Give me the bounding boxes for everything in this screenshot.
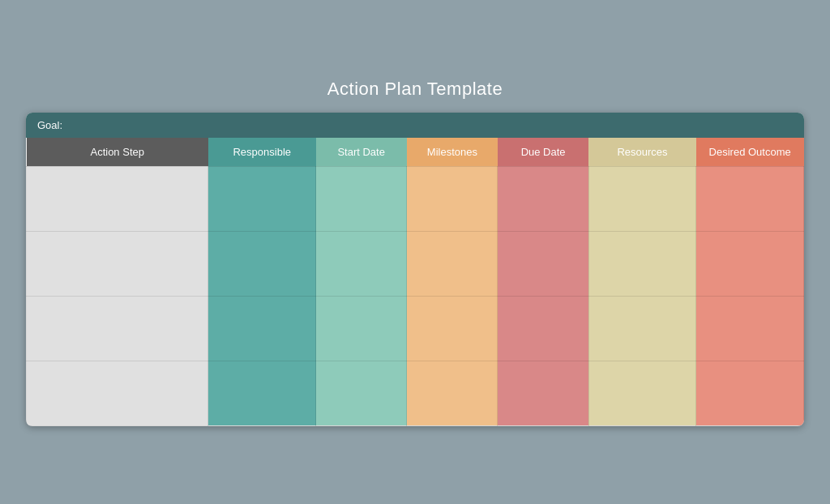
- cell-res-1[interactable]: [588, 166, 696, 231]
- goal-label: Goal:: [37, 119, 62, 131]
- cell-action-3[interactable]: [27, 296, 208, 361]
- cell-start-3[interactable]: [316, 296, 407, 361]
- cell-due-4[interactable]: [498, 361, 588, 425]
- header-resources: Resources: [588, 138, 696, 167]
- cell-desired-1[interactable]: [696, 166, 804, 231]
- header-start-date: Start Date: [316, 138, 407, 167]
- table-row: [27, 296, 804, 361]
- cell-desired-2[interactable]: [696, 231, 804, 296]
- page-title: Action Plan Template: [327, 79, 503, 100]
- cell-mile-2[interactable]: [407, 231, 498, 296]
- cell-start-1[interactable]: [316, 166, 407, 231]
- cell-res-4[interactable]: [588, 361, 696, 425]
- cell-desired-3[interactable]: [696, 296, 804, 361]
- cell-res-2[interactable]: [588, 231, 696, 296]
- action-plan-card: Goal: Action Step Responsible Start Date…: [26, 113, 804, 426]
- table-container: Action Step Responsible Start Date Miles…: [26, 138, 804, 426]
- cell-desired-4[interactable]: [696, 361, 804, 425]
- cell-res-3[interactable]: [588, 296, 696, 361]
- cell-action-2[interactable]: [27, 231, 208, 296]
- cell-action-1[interactable]: [27, 166, 208, 231]
- cell-due-2[interactable]: [498, 231, 588, 296]
- table-row: [27, 166, 804, 231]
- table-header-row: Action Step Responsible Start Date Miles…: [27, 138, 804, 167]
- cell-resp-2[interactable]: [208, 231, 316, 296]
- cell-mile-3[interactable]: [407, 296, 498, 361]
- cell-mile-4[interactable]: [407, 361, 498, 425]
- cell-resp-3[interactable]: [208, 296, 316, 361]
- cell-due-3[interactable]: [498, 296, 588, 361]
- goal-bar: Goal:: [26, 113, 804, 138]
- page-wrapper: Action Plan Template Goal: Action Step R…: [26, 79, 804, 426]
- cell-resp-4[interactable]: [208, 361, 316, 425]
- cell-start-2[interactable]: [316, 231, 407, 296]
- table-row: [27, 231, 804, 296]
- cell-mile-1[interactable]: [407, 166, 498, 231]
- header-responsible: Responsible: [208, 138, 316, 167]
- action-plan-table: Action Step Responsible Start Date Miles…: [26, 138, 804, 426]
- cell-start-4[interactable]: [316, 361, 407, 425]
- header-due-date: Due Date: [498, 138, 588, 167]
- table-row: [27, 361, 804, 425]
- cell-due-1[interactable]: [498, 166, 588, 231]
- cell-action-4[interactable]: [27, 361, 208, 425]
- header-milestones: Milestones: [407, 138, 498, 167]
- header-desired-outcome: Desired Outcome: [696, 138, 804, 167]
- cell-resp-1[interactable]: [208, 166, 316, 231]
- header-action-step: Action Step: [27, 138, 208, 167]
